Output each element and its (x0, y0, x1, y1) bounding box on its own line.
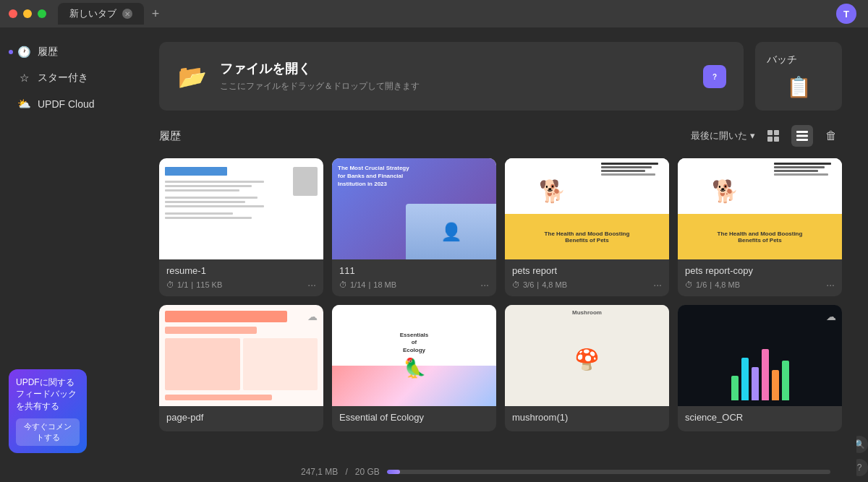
file-name: 111 (339, 265, 489, 276)
file-size: 4,8 MB (715, 280, 740, 289)
history-controls: 最後に開いた ▾ (691, 125, 842, 147)
file-name: mushroom(1) (512, 412, 662, 423)
feedback-card[interactable]: UPDFに関するフィードバックを共有する 今すぐコメントする (9, 369, 87, 453)
history-section: 履歴 最後に開いた ▾ (159, 125, 842, 431)
file-sep: | (191, 280, 193, 289)
sort-button[interactable]: 最後に開いた ▾ (691, 129, 755, 142)
storage-separator: / (345, 467, 347, 477)
history-icon: 🕐 (17, 46, 30, 59)
cloud-sync-icon: ☁ (826, 311, 836, 322)
file-card[interactable]: ☁ 🐕 The Health and Mood BoostingBenefits… (505, 158, 669, 296)
file-card[interactable]: The Most Crucial Strategyfor Banks and F… (332, 158, 496, 296)
svg-rect-2 (767, 130, 773, 135)
file-info: pets report ⏱ 3/6 | 4,8 MB ··· (505, 259, 669, 296)
more-options-button[interactable]: ··· (480, 279, 489, 291)
file-open-area[interactable]: 📂 ファイルを開く ここにファイルをドラッグ＆ドロップして開きます ? (159, 42, 744, 111)
svg-rect-5 (774, 137, 779, 142)
batch-area[interactable]: バッチ 📋 (755, 42, 842, 111)
grid-view-button[interactable] (762, 125, 784, 147)
history-header: 履歴 最後に開いた ▾ (159, 125, 842, 147)
svg-rect-6 (796, 131, 808, 133)
file-card[interactable]: EssentialsofEcology 🦜 Essential of Ecolo… (332, 305, 496, 431)
file-meta: ⏱ 1/6 | 4,8 MB ··· (685, 279, 835, 291)
more-options-button[interactable]: ··· (826, 279, 835, 291)
folder-icon: 📂 (176, 61, 208, 92)
sidebar-item-starred[interactable]: ☆ スター付き (6, 66, 139, 90)
file-icon: ⏱ (166, 280, 174, 289)
more-options-button[interactable]: ··· (307, 279, 316, 291)
fullscreen-button[interactable] (38, 9, 46, 18)
file-icon: ⏱ (512, 280, 520, 289)
svg-text:?: ? (712, 73, 717, 81)
file-thumbnail (159, 158, 323, 259)
feedback-button[interactable]: 今すぐコメントする (16, 418, 80, 446)
titlebar: 新しいタブ ✕ + T (0, 0, 868, 27)
file-thumbnail: ☁ Mushroom 🍄 (505, 305, 669, 406)
feedback-text: UPDFに関するフィードバックを共有する (16, 376, 80, 413)
file-info: Essential of Ecology (332, 406, 496, 431)
tab-close-button[interactable]: ✕ (122, 9, 132, 19)
file-name: science_OCR (685, 412, 835, 423)
svg-rect-3 (774, 130, 779, 135)
minimize-button[interactable] (23, 9, 32, 18)
file-pages: 1/6 (696, 280, 707, 289)
svg-rect-8 (796, 139, 808, 141)
main-layout: 🕐 履歴 ☆ スター付き ⛅ UPDF Cloud 📂 ファイルを開く ここにフ… (0, 27, 868, 482)
storage-track (387, 470, 830, 474)
top-row: 📂 ファイルを開く ここにファイルをドラッグ＆ドロップして開きます ? バッチ … (159, 42, 842, 111)
content-area: 📂 ファイルを開く ここにファイルをドラッグ＆ドロップして開きます ? バッチ … (145, 27, 856, 482)
grid-icon (767, 129, 780, 142)
file-grid: resume-1 ⏱ 1/1 | 115 KB ··· The Most Cru… (159, 158, 842, 431)
sidebar-label-starred: スター付き (38, 72, 88, 85)
sidebar-label-cloud: UPDF Cloud (38, 98, 95, 110)
file-thumbnail: ☁ 🐕 The Health and Mood BoostingBenefits… (505, 158, 669, 259)
close-button[interactable] (9, 9, 17, 18)
file-thumbnail: 🐕 The Health and Mood BoostingBenefits o… (678, 158, 842, 259)
file-sep: | (368, 280, 370, 289)
question-icon: ? (709, 71, 720, 82)
storage-fill (387, 470, 400, 474)
sidebar-item-cloud[interactable]: ⛅ UPDF Cloud (6, 92, 139, 116)
traffic-lights (9, 9, 46, 18)
more-options-button[interactable]: ··· (653, 279, 662, 291)
file-card[interactable]: ☁ science_OCR (678, 305, 842, 431)
file-card[interactable]: resume-1 ⏱ 1/1 | 115 KB ··· (159, 158, 323, 296)
scrollbar-area: 🔍 ? (856, 27, 868, 482)
new-tab-button[interactable]: + (147, 5, 164, 22)
file-meta: ⏱ 1/14 | 18 MB ··· (339, 279, 489, 291)
file-info: resume-1 ⏱ 1/1 | 115 KB ··· (159, 259, 323, 296)
history-title: 履歴 (159, 129, 181, 143)
file-name: resume-1 (166, 265, 316, 276)
file-pages: 1/14 (350, 280, 365, 289)
file-sep: | (710, 280, 712, 289)
delete-button[interactable]: 🗑 (820, 125, 842, 147)
storage-used: 247,1 MB (301, 467, 338, 477)
file-card[interactable]: ☁ Mushroom 🍄 mushroom(1) (505, 305, 669, 431)
file-open-subtitle: ここにファイルをドラッグ＆ドロップして開きます (220, 80, 420, 92)
list-icon (796, 129, 809, 142)
file-info: science_OCR (678, 406, 842, 431)
tab-new[interactable]: 新しいタブ ✕ (58, 3, 144, 25)
star-icon: ☆ (17, 72, 30, 85)
file-thumbnail: EssentialsofEcology 🦜 (332, 305, 496, 406)
file-info: pets report-copy ⏱ 1/6 | 4,8 MB ··· (678, 259, 842, 296)
file-thumbnail: The Most Crucial Strategyfor Banks and F… (332, 158, 496, 259)
list-view-button[interactable] (791, 125, 813, 147)
sort-label: 最後に開いた ▾ (691, 129, 755, 142)
file-info: mushroom(1) (505, 406, 669, 431)
file-card[interactable]: 🐕 The Health and Mood BoostingBenefits o… (678, 158, 842, 296)
avatar[interactable]: T (836, 4, 856, 24)
file-name: pets report-copy (685, 265, 835, 276)
cloud-icon: ⛅ (17, 98, 30, 111)
file-size: 115 KB (196, 280, 222, 289)
file-card[interactable]: ☁ page-pdf (159, 305, 323, 431)
file-meta: ⏱ 3/6 | 4,8 MB ··· (512, 279, 662, 291)
batch-title: バッチ (767, 53, 797, 66)
file-open-button[interactable]: ? (703, 65, 726, 88)
sidebar-label-history: 履歴 (38, 46, 58, 59)
file-size: 4,8 MB (542, 280, 567, 289)
file-thumbnail: ☁ (159, 305, 323, 406)
batch-icon: 📋 (786, 75, 812, 99)
cloud-sync-icon: ☁ (307, 311, 318, 322)
sidebar-item-history[interactable]: 🕐 履歴 (6, 40, 139, 64)
